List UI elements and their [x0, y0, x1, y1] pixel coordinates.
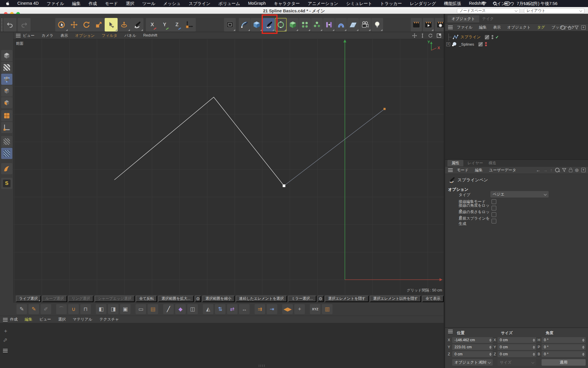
layout-dropdown[interactable]: レイアウト [524, 8, 584, 13]
bottom-menu-edit[interactable]: 編集 [25, 317, 32, 322]
hide-unselected-button[interactable]: 選択エレメント以外を隠す [370, 296, 421, 302]
position-x-field[interactable]: -146.462 cm [452, 337, 493, 343]
weld-tool-icon[interactable]: ⇄ [227, 304, 238, 314]
symmetry-generator-button[interactable] [323, 18, 335, 32]
pan-view-icon[interactable] [412, 33, 417, 38]
point-mode-button[interactable] [1, 74, 12, 85]
uv-mode-button[interactable] [1, 110, 12, 121]
stepper-icon[interactable] [533, 346, 535, 349]
stepper-icon[interactable] [489, 346, 492, 349]
dolly-view-icon[interactable] [421, 33, 424, 38]
select-connected-button[interactable]: 連続したエレメントを選択 [236, 296, 287, 302]
magnet-tool-icon[interactable]: ∪ [68, 304, 79, 314]
normal-move-icon[interactable]: ⇥ [267, 304, 277, 314]
camera-object-button[interactable] [359, 18, 371, 32]
tab-layers[interactable]: レイヤー [463, 160, 487, 166]
split-tool-icon[interactable]: ⇅ [215, 304, 225, 314]
menubar-item[interactable]: 編集 [72, 1, 81, 6]
spline-pen-icon[interactable]: ✎ [29, 304, 39, 314]
grow-selection-gear-icon[interactable]: ⚙ [195, 296, 201, 302]
redo-button[interactable] [18, 18, 31, 32]
x-axis-lock-button[interactable]: X [146, 18, 159, 32]
ring-selection-button[interactable]: リング選択 [68, 296, 93, 302]
polygon-pen-icon[interactable]: ✎ [16, 304, 27, 314]
control-center-icon[interactable] [504, 1, 510, 6]
coordinate-mode-dropdown[interactable]: オブジェクト:相対 [452, 359, 493, 366]
render-region-button[interactable] [224, 18, 236, 32]
sharp-edge-selection-button[interactable]: シャープエッジ選択 [95, 296, 135, 302]
tab-takes[interactable]: テイク [478, 15, 498, 22]
vp-menu-filter[interactable]: フィルタ [102, 33, 117, 38]
extrude-inner-icon[interactable]: ◨ [108, 304, 118, 314]
reset-psr-icon[interactable]: ▥ [322, 304, 333, 314]
size-z-field[interactable]: 0 cm [497, 351, 536, 357]
matrix-extrude-icon[interactable]: ▣ [120, 304, 131, 314]
vp-menu-view[interactable]: ビュー [23, 33, 35, 38]
filter-icon[interactable] [562, 168, 566, 172]
angle-p-field[interactable]: 0 ° [542, 344, 586, 350]
menubar-item[interactable]: 作成 [88, 1, 97, 6]
forward-arrow-icon[interactable]: → [543, 168, 547, 172]
up-arrow-icon[interactable]: ↑ [550, 168, 552, 172]
angle-b-field[interactable]: 0 ° [542, 351, 586, 357]
viewport[interactable]: 前面 Y X グリッド間隔 : 50 cm [14, 39, 444, 295]
menubar-item[interactable]: ファイル [47, 1, 64, 6]
lock-icon[interactable] [569, 169, 572, 172]
tab-objects[interactable]: オブジェクト [447, 15, 479, 22]
size-mode-dropdown[interactable]: サイズ [497, 359, 536, 366]
object-list[interactable]: スプライン ✓ + _Splines [445, 31, 588, 159]
edit-toggle-icon[interactable] [478, 42, 483, 47]
floor-object-button[interactable] [347, 18, 359, 32]
menubar-item[interactable]: ツール [142, 1, 155, 6]
home-icon[interactable] [567, 26, 572, 30]
bottom-menu-select[interactable]: 選択 [58, 317, 66, 322]
subdivision-surface-button[interactable] [287, 18, 299, 32]
search-icon[interactable] [560, 25, 565, 30]
disconnect-icon[interactable]: ◫ [187, 304, 198, 314]
attribute-manager-hamburger-icon[interactable] [448, 170, 453, 170]
position-z-field[interactable]: 0 cm [452, 351, 493, 357]
menubar-item[interactable]: Cinema 4D [17, 1, 39, 6]
invert-all-button[interactable]: 全て反転 [136, 296, 157, 302]
orbit-view-icon[interactable] [428, 33, 433, 38]
render-picture-viewer-button[interactable] [423, 18, 434, 32]
iron-tool-icon[interactable]: ⊓ [80, 304, 91, 314]
spline-pen-tool[interactable] [131, 18, 143, 32]
menubar-item[interactable]: 選択 [126, 1, 134, 6]
smooth-shift-icon[interactable]: ▭ [136, 304, 146, 314]
vp-menu-options[interactable]: オプション [75, 33, 95, 38]
add-panel-icon[interactable]: + [581, 168, 586, 172]
apple-menu-icon[interactable] [5, 1, 10, 6]
axis-modify-tool[interactable] [118, 18, 131, 32]
target-icon[interactable]: ◎ [575, 168, 579, 172]
angle-h-field[interactable]: 0 ° [542, 337, 586, 343]
spline-selected-point[interactable] [283, 185, 285, 187]
add-material-icon[interactable]: ＋ [3, 327, 8, 334]
plane-cut-icon[interactable]: ◆ [175, 304, 186, 314]
om-menu-edit[interactable]: 編集 [479, 25, 487, 30]
cluster-generator-button[interactable] [311, 18, 323, 32]
enabled-check-icon[interactable]: ✓ [495, 35, 499, 39]
live-selection-tool[interactable] [55, 18, 68, 32]
menubar-item[interactable]: MoGraph [248, 1, 266, 6]
visibility-dots-icon[interactable] [492, 35, 493, 39]
tab-structure[interactable]: 構造 [485, 160, 500, 166]
filter-icon[interactable] [574, 26, 579, 29]
viewport-menu-hamburger-icon[interactable] [16, 35, 21, 36]
knife-tool-icon[interactable]: ╱ [163, 304, 174, 314]
om-menu-file[interactable]: ファイル [457, 25, 472, 30]
add-point-icon[interactable]: + [294, 304, 305, 314]
panel-resize-grip[interactable] [258, 364, 265, 367]
vp-menu-display[interactable]: 表示 [61, 33, 68, 38]
menubar-item[interactable]: メッシュ [163, 1, 181, 6]
material-menu-hamburger-icon[interactable] [3, 319, 8, 320]
tab-attributes[interactable]: 属性 [447, 160, 463, 166]
option-checkbox[interactable] [492, 206, 496, 210]
option-checkbox[interactable] [492, 199, 496, 204]
spline-white[interactable] [114, 97, 284, 186]
visibility-dots-icon[interactable] [485, 42, 487, 46]
stepper-icon[interactable] [489, 353, 492, 356]
blade-tool-icon[interactable]: ◭ [203, 304, 213, 314]
z-axis-lock-button[interactable]: Z [171, 18, 183, 32]
undo-button[interactable] [4, 18, 16, 32]
